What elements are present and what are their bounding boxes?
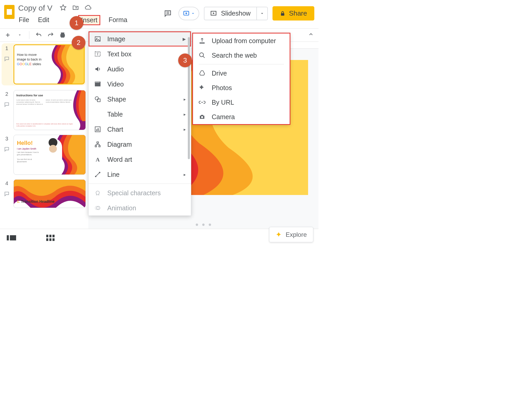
by-url-item[interactable]: By URL bbox=[193, 95, 290, 110]
insert-line-item[interactable]: Line ▸ bbox=[89, 167, 191, 182]
search-web-item[interactable]: Search the web bbox=[193, 48, 290, 63]
speaker-notes-icon bbox=[4, 146, 10, 152]
insert-diagram-label: Diagram bbox=[107, 141, 132, 148]
insert-chart-item[interactable]: Chart ▸ bbox=[89, 122, 191, 137]
insert-table-item[interactable]: Table ▸ bbox=[89, 107, 191, 122]
redo-button[interactable] bbox=[47, 31, 54, 39]
slide-number: 4 bbox=[5, 180, 8, 186]
slide-thumb-1[interactable]: 1 How to move image to back in GOOGLE sl… bbox=[2, 43, 86, 85]
slide-3-subtitle: I am Jayden Smith bbox=[17, 147, 36, 150]
camera-label: Camera bbox=[212, 113, 235, 121]
menu-format[interactable]: Forma bbox=[108, 15, 128, 25]
step-badge-1: 1 bbox=[70, 16, 83, 30]
slide-2-preview[interactable]: Instructions for use Lorem ipsum dolor s… bbox=[14, 90, 86, 130]
header-right: Slideshow Share bbox=[162, 6, 314, 21]
by-url-label: By URL bbox=[212, 99, 234, 106]
comment-history-icon[interactable] bbox=[162, 8, 174, 19]
svg-rect-11 bbox=[97, 82, 97, 83]
svg-rect-32 bbox=[7, 235, 9, 240]
speaker-notes-icon bbox=[4, 102, 10, 107]
menu-file[interactable]: File bbox=[18, 15, 30, 25]
camera-item[interactable]: Camera bbox=[193, 110, 290, 124]
insert-video-label: Video bbox=[107, 80, 124, 88]
new-slide-caret[interactable] bbox=[16, 31, 23, 39]
slide-thumb-2[interactable]: 2 Instructions for use Lorem ipsum dolor… bbox=[3, 90, 86, 130]
insert-shape-item[interactable]: Shape ▸ bbox=[89, 92, 191, 107]
insert-textbox-item[interactable]: T Text box bbox=[89, 46, 191, 62]
svg-point-29 bbox=[200, 53, 203, 57]
omega-icon bbox=[94, 189, 102, 197]
svg-rect-12 bbox=[98, 82, 98, 83]
upload-from-computer-item[interactable]: Upload from computer bbox=[193, 33, 290, 48]
svg-rect-19 bbox=[99, 130, 99, 131]
filmstrip-view-button[interactable] bbox=[7, 234, 15, 241]
person-image-placeholder bbox=[44, 138, 62, 172]
svg-point-14 bbox=[95, 97, 98, 100]
slide-3-preview[interactable]: Hello! I am Jayden Smith I am here becau… bbox=[14, 135, 86, 175]
submenu-arrow-icon: ▸ bbox=[184, 172, 186, 177]
slide-3-hello: Hello! bbox=[17, 140, 33, 146]
slide-4-headline: 1. Transition Headline bbox=[17, 199, 55, 204]
svg-rect-2 bbox=[281, 13, 284, 16]
menu-edit[interactable]: Edit bbox=[37, 15, 50, 25]
textbox-icon: T bbox=[94, 50, 102, 58]
separator bbox=[29, 31, 29, 39]
link-icon bbox=[198, 98, 206, 106]
diagram-icon bbox=[94, 140, 102, 148]
share-button[interactable]: Share bbox=[272, 6, 314, 21]
slide-1-preview[interactable]: How to move image to back in GOOGLE slid… bbox=[14, 44, 85, 84]
svg-rect-38 bbox=[49, 238, 51, 241]
step-badge-3: 3 bbox=[178, 53, 192, 67]
svg-rect-8 bbox=[95, 83, 101, 86]
slideshow-dropdown[interactable] bbox=[256, 7, 267, 20]
slide-4-preview[interactable]: 1. Transition Headline bbox=[14, 179, 86, 208]
insert-video-item[interactable]: Video bbox=[89, 77, 191, 92]
slide-1-text: How to move image to back in GOOGLE slid… bbox=[17, 52, 42, 67]
svg-rect-10 bbox=[95, 82, 96, 83]
move-folder-icon[interactable] bbox=[72, 4, 79, 11]
insert-dropdown-menu: Image ▶ T Text box Audio Video Shape ▸ T… bbox=[88, 31, 191, 216]
svg-rect-18 bbox=[98, 128, 98, 131]
search-web-label: Search the web bbox=[212, 52, 257, 59]
slide-thumb-3[interactable]: 3 Hello! I am Jayden Smith I am here bec… bbox=[3, 135, 86, 175]
slide-number: 1 bbox=[5, 45, 8, 51]
play-presentation-icon bbox=[210, 10, 217, 17]
grid-view-button[interactable] bbox=[46, 234, 55, 241]
animation-icon bbox=[94, 204, 102, 212]
slideshow-main[interactable]: Slideshow bbox=[204, 10, 256, 17]
svg-rect-22 bbox=[99, 145, 100, 147]
cloud-saved-icon[interactable] bbox=[85, 4, 91, 11]
slide-thumb-4[interactable]: 4 1. Transition Headline bbox=[3, 179, 86, 208]
insert-animation-item[interactable]: Animation bbox=[89, 200, 191, 215]
star-icon[interactable] bbox=[60, 4, 66, 11]
slideshow-button[interactable]: Slideshow bbox=[204, 7, 268, 20]
insert-special-label: Special characters bbox=[107, 189, 161, 197]
present-upload-button[interactable] bbox=[178, 7, 199, 20]
svg-rect-34 bbox=[46, 235, 48, 237]
svg-point-5 bbox=[96, 38, 97, 39]
speaker-notes-handle[interactable] bbox=[196, 224, 211, 226]
insert-audio-item[interactable]: Audio bbox=[89, 62, 191, 77]
upload-icon bbox=[198, 37, 206, 45]
svg-rect-13 bbox=[99, 82, 99, 83]
google-slides-logo-icon[interactable] bbox=[4, 5, 15, 19]
insert-chart-label: Chart bbox=[107, 126, 123, 133]
svg-rect-37 bbox=[46, 238, 48, 241]
svg-rect-17 bbox=[96, 129, 97, 131]
new-slide-button[interactable] bbox=[4, 31, 11, 39]
document-title[interactable]: Copy of V bbox=[18, 2, 53, 14]
print-button[interactable] bbox=[59, 31, 66, 39]
upload-label: Upload from computer bbox=[212, 37, 276, 45]
insert-diagram-item[interactable]: Diagram bbox=[89, 137, 191, 152]
insert-wordart-label: Word art bbox=[107, 156, 132, 163]
insert-image-label: Image bbox=[107, 35, 125, 43]
collapse-toolbar-icon[interactable] bbox=[308, 31, 314, 39]
insert-line-label: Line bbox=[107, 171, 119, 178]
insert-special-chars-item[interactable]: Special characters bbox=[89, 185, 191, 200]
insert-image-item[interactable]: Image ▶ bbox=[89, 31, 191, 46]
insert-wordart-item[interactable]: A Word art bbox=[89, 152, 191, 167]
undo-button[interactable] bbox=[35, 31, 42, 39]
photos-item[interactable]: Photos bbox=[193, 80, 290, 95]
drive-item[interactable]: Drive bbox=[193, 66, 290, 80]
explore-button[interactable]: ✦ Explore bbox=[269, 227, 313, 242]
